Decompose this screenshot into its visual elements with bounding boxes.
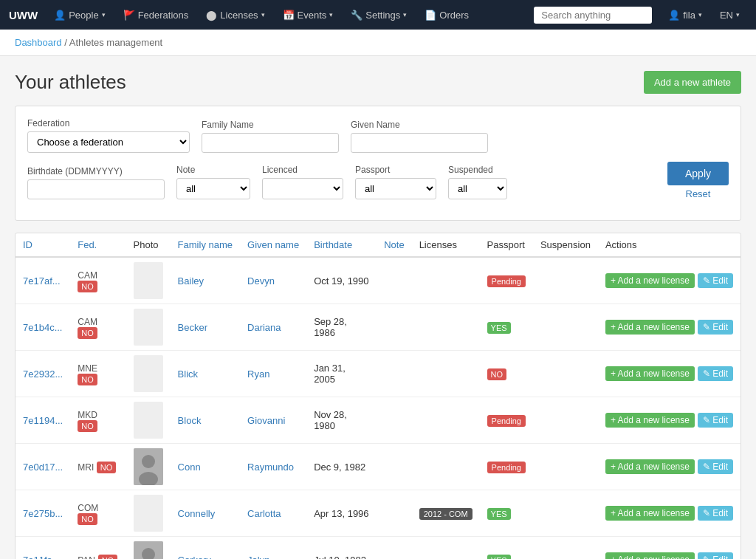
reset-button[interactable]: Reset [686,188,711,199]
nav-lang[interactable]: EN ▾ [712,5,747,25]
nav-user[interactable]: 👤 fila ▾ [661,5,709,25]
suspended-select[interactable]: all [448,178,507,199]
note-cell [377,537,411,560]
given-name-link[interactable]: Raymundo [247,462,294,473]
breadcrumb-home[interactable]: Dashboard [15,37,62,48]
family-name-link[interactable]: Bailey [178,275,204,287]
no-badge: NO [78,513,97,525]
given-name-link[interactable]: Jalyn [247,555,269,560]
edit-button[interactable]: ✎ Edit [698,552,733,559]
add-license-button[interactable]: + Add a new license [605,320,695,335]
edit-button[interactable]: ✎ Edit [698,413,733,428]
athlete-id-link[interactable]: 7e1194... [23,415,63,426]
no-photo [134,262,163,299]
family-name-input[interactable] [202,133,339,153]
no-badge: NO [78,420,97,432]
athlete-id-link[interactable]: 7e17af... [23,275,61,287]
col-photo: Photo [126,233,171,257]
suspension-cell [533,537,598,560]
family-name-cell: Connelly [171,490,240,537]
suspension-cell [533,490,598,537]
chevron-down-icon: ▾ [102,11,106,18]
family-name-link[interactable]: Conn [178,462,201,473]
birthdate-input[interactable] [27,179,165,199]
search-input[interactable] [534,7,652,24]
family-name-link[interactable]: Connelly [178,508,216,519]
actions-buttons: + Add a new license ✎ Edit [605,552,733,559]
actions-cell: + Add a new license ✎ Edit [598,351,740,397]
add-license-button[interactable]: + Add a new license [605,366,695,381]
fed-cell: COM NO [70,490,126,537]
edit-button[interactable]: ✎ Edit [698,366,733,381]
edit-button[interactable]: ✎ Edit [698,459,733,474]
licenced-label: Licenced [262,165,343,175]
given-name-link[interactable]: Ryan [247,368,269,380]
col-birthdate[interactable]: Birthdate [306,233,377,257]
given-name-cell: Raymundo [240,444,306,490]
no-badge: NO [78,327,97,339]
nav-orders[interactable]: 📄 Orders [417,5,476,25]
chevron-down-icon: ▾ [698,11,702,18]
fed-cell: PAN NO [70,537,126,560]
nav-events[interactable]: 📅 Events ▾ [275,5,341,25]
athlete-id-link[interactable]: 7e0d17... [23,462,63,473]
nav-federations[interactable]: 🚩 Federations [116,5,196,25]
edit-button[interactable]: ✎ Edit [698,273,733,288]
athlete-id-link[interactable]: 7e11fa... [23,555,61,560]
apply-button[interactable]: Apply [667,162,729,185]
given-name-link[interactable]: Dariana [247,322,281,333]
add-license-button[interactable]: + Add a new license [605,459,695,474]
page-title: Your athletes [15,71,126,94]
given-name-cell: Carlotta [240,490,306,537]
fed-text: MNE [78,363,97,374]
passport-select[interactable]: all [355,178,436,199]
nav-settings[interactable]: 🔧 Settings ▾ [343,5,414,25]
add-license-button[interactable]: + Add a new license [605,552,695,559]
family-name-cell: Blick [171,351,240,397]
licenses-cell [412,537,480,560]
given-name-link[interactable]: Carlotta [247,508,281,519]
filter-row-2: Birthdate (DDMMYYYY) Note all Licenced P… [27,162,729,199]
given-name-link[interactable]: Devyn [247,275,275,287]
family-name-link[interactable]: Becker [178,322,207,333]
nav-licenses[interactable]: ⬤ Licenses ▾ [199,5,272,25]
col-fed[interactable]: Fed. [70,233,126,257]
given-name-label: Given Name [351,120,488,130]
col-id[interactable]: ID [16,233,70,257]
add-athlete-button[interactable]: Add a new athlete [644,71,741,94]
family-name-link[interactable]: Blick [178,368,198,380]
licenced-select[interactable] [262,178,343,199]
chevron-down-icon: ▾ [261,11,265,18]
athlete-id-link[interactable]: 7e275b... [23,508,63,519]
birthdate-cell: Oct 19, 1990 [306,257,377,304]
athlete-id-link[interactable]: 7e1b4c... [23,322,63,333]
suspended-label: Suspended [448,165,507,175]
passport-cell: YES [480,537,533,560]
actions-cell: + Add a new license ✎ Edit [598,490,740,537]
fed-cell: CAM NO [70,257,126,304]
edit-button[interactable]: ✎ Edit [698,320,733,335]
photo-cell [126,397,171,444]
add-license-button[interactable]: + Add a new license [605,273,695,288]
family-name-link[interactable]: Block [178,415,202,426]
col-note[interactable]: Note [377,233,411,257]
col-given-name[interactable]: Given name [240,233,306,257]
given-name-input[interactable] [351,133,488,153]
edit-button[interactable]: ✎ Edit [698,506,733,521]
nav-people[interactable]: 👤 People ▾ [47,5,112,25]
licenses-cell: 2012 - COM [412,490,480,537]
family-name-cell: Corkery [171,537,240,560]
federation-select[interactable]: Choose a federation [27,131,190,153]
athlete-id-link[interactable]: 7e2932... [23,368,63,380]
family-name-link[interactable]: Corkery [178,555,212,560]
note-cell [377,304,411,351]
note-cell [377,444,411,490]
add-license-button[interactable]: + Add a new license [605,413,695,428]
given-name-link[interactable]: Giovanni [247,415,285,426]
add-license-button[interactable]: + Add a new license [605,506,695,521]
col-family-name[interactable]: Family name [171,233,240,257]
birthdate-cell: Jan 31, 2005 [306,351,377,397]
no-photo [134,355,163,392]
family-name-label: Family Name [202,120,339,130]
note-select[interactable]: all [176,178,250,199]
